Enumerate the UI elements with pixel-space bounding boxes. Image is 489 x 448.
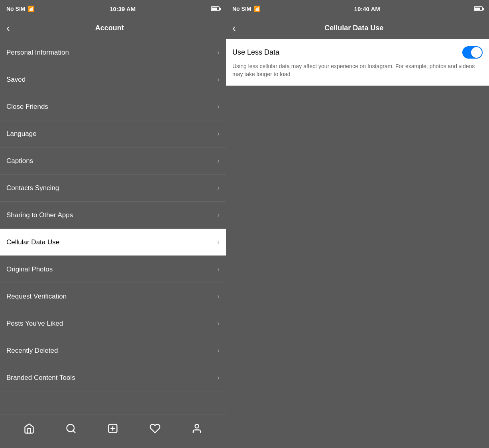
- menu-label: Saved: [6, 76, 26, 84]
- right-panel: No SIM 📶 10:40 AM ‹ Cellular Data Use Us…: [226, 0, 489, 448]
- menu-item-original-photos[interactable]: Original Photos ›: [0, 256, 226, 283]
- menu-label: Contacts Syncing: [6, 184, 59, 192]
- left-back-button[interactable]: ‹: [6, 22, 10, 34]
- menu-label: Cellular Data Use: [6, 238, 59, 246]
- chevron-icon: ›: [217, 130, 220, 138]
- menu-label: Captions: [6, 157, 33, 165]
- right-status-time: 10:40 AM: [354, 6, 380, 12]
- chevron-icon: ›: [217, 238, 220, 246]
- chevron-icon: ›: [217, 48, 220, 57]
- left-status-right: [211, 6, 220, 11]
- chevron-icon: ›: [217, 157, 220, 165]
- right-nav-header: ‹ Cellular Data Use: [226, 18, 489, 39]
- menu-item-captions[interactable]: Captions ›: [0, 147, 226, 175]
- like-tab-button[interactable]: [146, 420, 164, 437]
- menu-item-request-verification[interactable]: Request Verification ›: [0, 283, 226, 310]
- menu-item-close-friends[interactable]: Close Friends ›: [0, 93, 226, 120]
- menu-item-posts-liked[interactable]: Posts You've Liked ›: [0, 310, 226, 337]
- menu-item-language[interactable]: Language ›: [0, 120, 226, 147]
- bottom-tab-bar: [0, 415, 226, 448]
- right-nav-title: Cellular Data Use: [242, 24, 466, 32]
- search-tab-button[interactable]: [62, 420, 80, 437]
- menu-item-personal-information[interactable]: Personal Information ›: [0, 39, 226, 66]
- menu-label: Personal Information: [6, 49, 69, 57]
- menu-label: Close Friends: [6, 103, 48, 111]
- heart-icon: [149, 423, 161, 434]
- right-gray-area: [226, 86, 489, 448]
- toggle-row: Use Less Data: [232, 46, 483, 59]
- svg-point-5: [195, 424, 199, 428]
- add-icon: [107, 423, 118, 434]
- home-tab-button[interactable]: [20, 420, 38, 437]
- carrier-text: No SIM: [6, 6, 25, 12]
- chevron-icon: ›: [217, 373, 220, 382]
- chevron-icon: ›: [217, 319, 220, 328]
- menu-item-contacts-syncing[interactable]: Contacts Syncing ›: [0, 175, 226, 202]
- right-status-carrier: No SIM 📶: [232, 6, 260, 12]
- menu-label: Original Photos: [6, 265, 53, 273]
- menu-item-saved[interactable]: Saved ›: [0, 66, 226, 93]
- menu-label: Posts You've Liked: [6, 320, 63, 328]
- search-icon: [65, 423, 77, 434]
- chevron-icon: ›: [217, 75, 220, 84]
- left-status-bar: No SIM 📶 10:39 AM: [0, 0, 226, 18]
- right-status-bar: No SIM 📶 10:40 AM: [226, 0, 489, 18]
- profile-tab-button[interactable]: [188, 420, 206, 437]
- left-status-time: 10:39 AM: [110, 6, 136, 12]
- chevron-icon: ›: [217, 102, 220, 111]
- menu-label: Request Verification: [6, 293, 67, 301]
- toggle-label: Use Less Data: [232, 48, 279, 57]
- use-less-data-section: Use Less Data Using less cellular data m…: [226, 39, 489, 86]
- right-status-right: [474, 6, 483, 11]
- left-status-carrier: No SIM 📶: [6, 6, 34, 12]
- left-nav-title: Account: [16, 24, 203, 32]
- left-panel: No SIM 📶 10:39 AM ‹ Account Personal Inf…: [0, 0, 226, 448]
- menu-label: Language: [6, 130, 37, 138]
- right-wifi-icon: 📶: [253, 6, 260, 12]
- add-tab-button[interactable]: [104, 420, 122, 437]
- menu-label: Recently Deleted: [6, 347, 58, 355]
- wifi-icon: 📶: [27, 6, 34, 12]
- menu-item-branded-content-tools[interactable]: Branded Content Tools ›: [0, 364, 226, 391]
- use-less-data-toggle[interactable]: [462, 46, 483, 59]
- menu-item-cellular-data-use[interactable]: Cellular Data Use ›: [0, 229, 226, 256]
- home-icon: [24, 423, 35, 434]
- menu-label: Sharing to Other Apps: [6, 211, 73, 219]
- menu-item-recently-deleted[interactable]: Recently Deleted ›: [0, 337, 226, 364]
- profile-icon: [191, 423, 202, 434]
- battery-icon: [211, 6, 220, 11]
- chevron-icon: ›: [217, 265, 220, 273]
- chevron-icon: ›: [217, 292, 220, 301]
- right-carrier-text: No SIM: [232, 6, 251, 12]
- menu-item-sharing-other-apps[interactable]: Sharing to Other Apps ›: [0, 202, 226, 229]
- right-back-button[interactable]: ‹: [232, 22, 236, 34]
- chevron-icon: ›: [217, 346, 220, 355]
- toggle-description: Using less cellular data may affect your…: [232, 63, 483, 78]
- chevron-icon: ›: [217, 184, 220, 192]
- chevron-icon: ›: [217, 211, 220, 219]
- right-battery-icon: [474, 6, 483, 11]
- account-menu-list: Personal Information › Saved › Close Fri…: [0, 39, 226, 415]
- svg-line-1: [73, 430, 75, 432]
- left-nav-header: ‹ Account: [0, 18, 226, 39]
- menu-label: Branded Content Tools: [6, 374, 75, 382]
